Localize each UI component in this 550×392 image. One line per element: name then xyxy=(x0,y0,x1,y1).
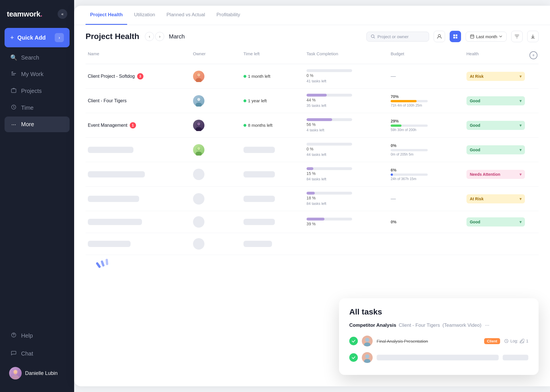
project-name-text: Client - Four Tigers xyxy=(88,98,127,103)
task-completion-cell: 15 % 84 tasks left xyxy=(304,166,388,182)
popup-card: All tasks Competitor Analysis Client - F… xyxy=(339,298,539,375)
sidebar-item-chat[interactable]: Chat xyxy=(5,346,70,362)
download-button[interactable] xyxy=(527,31,539,42)
svg-point-28 xyxy=(196,152,202,156)
badge-count: 1 xyxy=(130,122,136,128)
sidebar-item-label: Chat xyxy=(21,350,33,357)
budget-sub: 0m of 205h 5m xyxy=(391,152,462,156)
attachment-icon xyxy=(520,339,524,343)
owner-cell xyxy=(191,143,241,157)
skeleton-avatar xyxy=(193,193,204,205)
health-cell: At Risk ▾ xyxy=(464,193,527,205)
svg-rect-1 xyxy=(11,73,16,74)
health-badge[interactable]: Good ▾ xyxy=(466,121,525,130)
date-filter-button[interactable]: Last month xyxy=(466,32,507,42)
owner-cell xyxy=(191,192,241,206)
health-badge[interactable]: At Risk ▾ xyxy=(466,72,525,81)
task-check-icon[interactable] xyxy=(349,337,358,345)
search-box[interactable]: Project or owner xyxy=(366,32,429,42)
skeleton-time xyxy=(243,171,275,177)
sidebar-item-time[interactable]: Time xyxy=(5,100,70,116)
svg-point-6 xyxy=(13,336,14,337)
loading-area xyxy=(86,255,539,272)
add-column-button[interactable]: + xyxy=(529,51,537,59)
next-month-button[interactable]: › xyxy=(155,32,164,41)
health-badge[interactable]: Good ▾ xyxy=(466,217,525,226)
status-dot xyxy=(243,124,246,127)
health-badge[interactable]: Needs Attention ▾ xyxy=(466,170,525,179)
time-left-cell xyxy=(241,170,304,179)
quick-add-button[interactable]: + Quick Add › xyxy=(5,28,70,47)
svg-point-10 xyxy=(14,373,17,374)
skeleton-time xyxy=(243,241,272,247)
my-work-icon xyxy=(10,71,17,78)
health-cell: At Risk ▾ xyxy=(464,71,527,82)
table-row: 15 % 84 tasks left 6% 24h of 367h 15m Ne… xyxy=(86,162,539,187)
owner-cell xyxy=(191,70,241,83)
col-budget: Budget xyxy=(388,50,464,60)
user-profile[interactable]: Danielle Lubin xyxy=(5,364,70,383)
project-name-cell xyxy=(86,195,191,203)
health-label: Good xyxy=(470,123,480,128)
skeleton-name xyxy=(88,219,142,225)
svg-point-19 xyxy=(196,78,202,82)
badge-count: 3 xyxy=(137,73,143,79)
health-label: Good xyxy=(470,99,480,103)
sidebar-item-label: Help xyxy=(21,332,33,339)
attachment-count: 1 xyxy=(526,339,528,343)
col-add[interactable]: + xyxy=(527,50,539,60)
sidebar-item-help[interactable]: Help xyxy=(5,328,70,344)
collapse-button[interactable]: « xyxy=(58,9,67,19)
tab-planned-vs-actual[interactable]: Planned vs Actual xyxy=(162,6,210,25)
task-meta: Log: 1 xyxy=(504,339,528,343)
person-icon xyxy=(437,34,442,39)
sidebar-item-search[interactable]: 🔍 Search xyxy=(5,50,70,66)
logo-dot: . xyxy=(40,10,42,18)
time-left-cell xyxy=(241,146,304,154)
sidebar-item-projects[interactable]: Projects xyxy=(5,83,70,99)
tab-utilization[interactable]: Utilization xyxy=(129,6,160,25)
chevron-down-icon: ▾ xyxy=(519,172,521,177)
task-pct: 18 % xyxy=(307,196,386,200)
projects-icon xyxy=(10,87,17,95)
svg-rect-2 xyxy=(11,75,15,75)
health-badge[interactable]: Good ▾ xyxy=(466,96,525,105)
time-left-cell xyxy=(241,240,304,248)
sidebar-item-label: More xyxy=(21,121,34,128)
task-tag: Client xyxy=(484,338,500,344)
task-progress-bar xyxy=(307,143,352,146)
plus-icon: + xyxy=(10,34,14,41)
task-check-icon[interactable] xyxy=(349,353,358,362)
owner-avatar xyxy=(193,144,204,156)
user-name: Danielle Lubin xyxy=(25,370,58,376)
task-sub: 44 tasks left xyxy=(307,152,386,157)
health-badge[interactable]: At Risk ▾ xyxy=(466,194,525,203)
sidebar-item-more[interactable]: ··· More xyxy=(5,117,70,132)
svg-point-34 xyxy=(364,359,370,363)
svg-point-31 xyxy=(364,342,370,346)
filter-button[interactable] xyxy=(511,31,523,42)
tab-profitability[interactable]: Profitability xyxy=(212,6,245,25)
skeleton-name xyxy=(88,147,133,153)
group-name: Competitor Analysis xyxy=(349,322,396,328)
budget-bar xyxy=(391,124,428,127)
time-left-cell: 8 months left xyxy=(241,122,304,129)
tab-project-health[interactable]: Project Health xyxy=(86,6,127,25)
sidebar-item-label: Search xyxy=(21,54,39,61)
tabs-bar: Project Health Utilization Planned vs Ac… xyxy=(74,6,550,25)
grid-view-button[interactable] xyxy=(450,31,461,42)
task-avatar xyxy=(362,352,373,363)
calendar-icon xyxy=(470,34,474,39)
person-filter-button[interactable] xyxy=(434,31,445,42)
svg-point-8 xyxy=(12,375,19,379)
more-options-button[interactable]: ··· xyxy=(485,322,489,328)
owner-cell xyxy=(191,237,241,251)
prev-month-button[interactable]: ‹ xyxy=(145,32,154,41)
logo-text: teamwork. xyxy=(7,10,42,19)
content-header: Project Health ‹ › March Project or owne… xyxy=(74,25,550,47)
sidebar-item-my-work[interactable]: My Work xyxy=(5,66,70,82)
table-header: Name Owner Time left Task Completion Bud… xyxy=(86,47,539,64)
health-badge[interactable]: Good ▾ xyxy=(466,145,525,154)
svg-point-12 xyxy=(438,34,441,37)
skeleton-avatar xyxy=(193,216,204,228)
